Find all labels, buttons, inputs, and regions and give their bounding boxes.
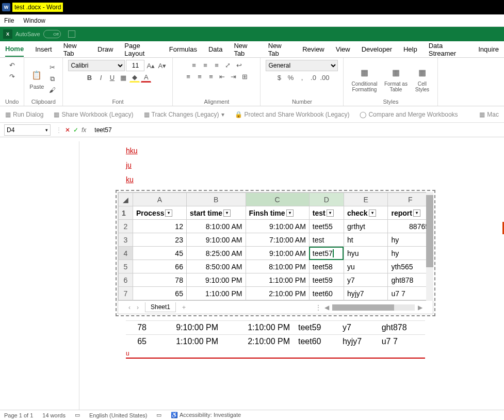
underline-button[interactable]: U	[107, 72, 117, 83]
link-ku[interactable]: ku	[126, 175, 483, 184]
align-bot-icon[interactable]: ≡	[212, 60, 222, 70]
tab-datastreamer[interactable]: Data Streamer	[429, 39, 467, 60]
filter-icon[interactable]: ▾	[165, 209, 172, 217]
enter-icon[interactable]: ✓	[73, 126, 78, 134]
col-a[interactable]: A	[133, 193, 187, 206]
tab-new1[interactable]: New Tab	[63, 39, 86, 60]
compare-merge-button[interactable]: ◯ Compare and Merge Workbooks	[360, 111, 458, 118]
border-button[interactable]: ▦	[118, 72, 128, 83]
formula-input[interactable]: teet57	[91, 126, 500, 134]
spell-icon[interactable]: ▭	[75, 412, 80, 418]
share-workbook-button[interactable]: ▦ Share Workbook (Legacy)	[54, 111, 133, 118]
run-dialog-button[interactable]: ▦ Run Dialog	[5, 111, 43, 118]
dec-dec-icon[interactable]: .00	[319, 72, 330, 83]
sheet-grid[interactable]: ◢ A B C D E F 1 Process▾ start time▾ Fin…	[118, 192, 433, 314]
align-left-icon[interactable]: ≡	[183, 71, 193, 82]
col-c[interactable]: C	[246, 193, 309, 206]
align-right-icon[interactable]: ≡	[206, 71, 216, 82]
menu-file[interactable]: File	[4, 17, 14, 24]
format-table-button[interactable]: ▦Format as Table	[383, 66, 409, 92]
bold-button[interactable]: B	[84, 72, 94, 83]
tab-formulas[interactable]: Formulas	[169, 42, 197, 56]
tab-new2[interactable]: New Tab	[234, 39, 256, 60]
grow-font-icon[interactable]: A▴	[145, 60, 156, 71]
save-icon[interactable]	[68, 30, 75, 38]
filter-icon[interactable]: ▾	[369, 209, 376, 217]
hscroll-track[interactable]	[332, 304, 415, 311]
vscroll[interactable]	[426, 192, 433, 301]
merge-icon[interactable]: ⊞	[240, 71, 250, 82]
menu-window[interactable]: Window	[23, 17, 45, 24]
cut-icon[interactable]: ✂	[47, 62, 57, 73]
scroll-right-icon[interactable]: ▶	[418, 304, 422, 311]
tab-prev-icon[interactable]: ‹	[128, 304, 131, 311]
col-e[interactable]: E	[344, 193, 388, 206]
font-size-input[interactable]	[126, 60, 144, 71]
tab-pagelayout[interactable]: Page Layout	[124, 39, 157, 60]
tab-help[interactable]: Help	[403, 42, 417, 56]
indent-dec-icon[interactable]: ⇤	[217, 71, 227, 82]
align-center-icon[interactable]: ≡	[194, 71, 205, 82]
add-sheet-icon[interactable]: +	[182, 304, 186, 311]
sheet-tab[interactable]: Sheet1	[145, 302, 176, 312]
align-mid-icon[interactable]: ≡	[200, 60, 210, 70]
select-all[interactable]: ◢	[119, 193, 133, 206]
filter-icon[interactable]: ▾	[223, 209, 231, 217]
tab-review[interactable]: Review	[302, 42, 324, 56]
currency-icon[interactable]: $	[274, 72, 284, 83]
embedded-excel[interactable]: ◢ A B C D E F 1 Process▾ start time▾ Fin…	[116, 190, 435, 316]
cell-styles-button[interactable]: ▦Cell Styles	[412, 66, 432, 92]
cancel-icon[interactable]: ✕	[65, 126, 70, 134]
filter-icon[interactable]: ▾	[413, 209, 420, 217]
wrap-icon[interactable]: ↩	[234, 60, 245, 70]
fx-icon[interactable]: fx	[82, 126, 86, 134]
number-format-select[interactable]: General	[266, 60, 338, 71]
link-hku[interactable]: hku	[126, 147, 483, 155]
vscroll-thumb[interactable]	[426, 195, 433, 267]
percent-icon[interactable]: %	[285, 72, 296, 83]
paste-button[interactable]: 📋 Paste	[29, 68, 44, 90]
tab-data[interactable]: Data	[208, 42, 222, 56]
word-count[interactable]: 14 words	[42, 412, 66, 418]
cond-format-button[interactable]: ▦Conditional Formatting	[349, 66, 380, 92]
shrink-font-icon[interactable]: A▾	[157, 60, 167, 71]
font-name-select[interactable]: Calibri	[68, 60, 125, 71]
track-changes-button[interactable]: ▦ Track Changes (Legacy) ▾	[144, 111, 224, 118]
format-painter-icon[interactable]: 🖌	[47, 85, 57, 95]
undo-icon[interactable]: ↶	[7, 60, 17, 70]
tab-inquire[interactable]: Inquire	[478, 42, 499, 56]
filter-icon[interactable]: ▾	[327, 209, 334, 217]
tab-view[interactable]: View	[336, 42, 350, 56]
indent-inc-icon[interactable]: ⇥	[229, 71, 239, 82]
inc-dec-icon[interactable]: .0	[308, 72, 318, 83]
col-d[interactable]: D	[309, 193, 344, 206]
display-icon[interactable]: ▭	[156, 412, 161, 418]
scroll-left-icon[interactable]: ◀	[324, 304, 329, 311]
filter-icon[interactable]: ▾	[286, 209, 294, 217]
tab-home[interactable]: Home	[5, 42, 24, 57]
name-box[interactable]: D4▾	[4, 124, 51, 136]
accessibility[interactable]: ♿ Accessibility: Investigate	[171, 412, 241, 418]
tab-new3[interactable]: New Tab	[268, 39, 291, 60]
link-ju[interactable]: ju	[126, 161, 483, 169]
tab-next-icon[interactable]: ›	[137, 304, 139, 311]
orientation-icon[interactable]: ⤢	[223, 60, 233, 70]
language[interactable]: English (United States)	[89, 412, 148, 418]
tab-insert[interactable]: Insert	[35, 42, 52, 56]
redo-icon[interactable]: ↷	[7, 71, 17, 82]
comma-icon[interactable]: ,	[297, 72, 307, 83]
tab-developer[interactable]: Developer	[362, 42, 392, 56]
mac-button[interactable]: ▦ Mac	[479, 111, 499, 118]
copy-icon[interactable]: ⧉	[47, 74, 57, 84]
protect-share-button[interactable]: 🔒 Protect and Share Workbook (Legacy)	[235, 111, 350, 118]
font-color-button[interactable]: A	[141, 72, 151, 83]
fill-color-button[interactable]: ◆	[129, 72, 140, 83]
align-top-icon[interactable]: ≡	[189, 60, 199, 70]
active-cell[interactable]: teet57	[309, 247, 344, 260]
page-count[interactable]: Page 1 of 1	[4, 412, 33, 418]
italic-button[interactable]: I	[95, 72, 106, 83]
hscroll-thumb[interactable]	[332, 304, 394, 311]
col-b[interactable]: B	[186, 193, 246, 206]
tab-draw[interactable]: Draw	[97, 42, 113, 56]
autosave-toggle[interactable]: Off	[43, 30, 61, 38]
